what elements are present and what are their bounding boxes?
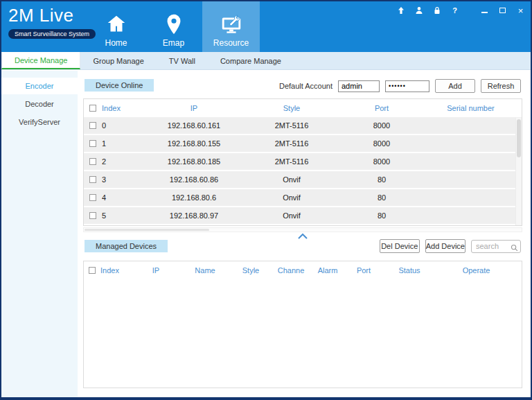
- scrollbar-thumb[interactable]: [517, 119, 521, 157]
- tab-device-manage[interactable]: Device Manage: [1, 52, 80, 69]
- header-alarm: Alarm: [310, 266, 346, 275]
- cell-style: Onvif: [246, 193, 337, 202]
- user-key-icon[interactable]: [414, 6, 423, 15]
- app-subtitle: Smart Surveillance System: [8, 29, 96, 39]
- nav-home-label: Home: [105, 38, 127, 48]
- header-style: Style: [229, 266, 272, 275]
- header-port: Port: [346, 266, 382, 275]
- nav-home[interactable]: Home: [87, 1, 145, 52]
- close-button[interactable]: ×: [516, 6, 525, 15]
- cell-style: Onvif: [246, 175, 337, 184]
- managed-devices-toolbar: Del Device Add Device: [380, 239, 521, 253]
- cell-port: 8000: [337, 121, 426, 130]
- collapse-chevron-icon[interactable]: [297, 230, 308, 237]
- table-row[interactable]: 3 192.168.60.86 Onvif 80: [84, 171, 522, 188]
- main-panel: Device Online Default Account Add Refres…: [78, 71, 531, 397]
- app-window: 2M Live Smart Surveillance System Home E…: [0, 0, 532, 400]
- row-checkbox[interactable]: [89, 176, 96, 183]
- row-checkbox[interactable]: [89, 158, 96, 165]
- cell-index: 0: [102, 121, 142, 130]
- scrollbar-thumb[interactable]: [85, 229, 209, 231]
- nav-emap[interactable]: Emap: [145, 1, 202, 52]
- cell-style: Onvif: [246, 211, 337, 220]
- add-device-button[interactable]: Add Device: [425, 239, 466, 253]
- header-status: Status: [382, 266, 437, 275]
- cell-port: 80: [337, 175, 426, 184]
- default-account-label: Default Account: [279, 82, 332, 90]
- tab-compare-manage[interactable]: Compare Manage: [208, 52, 294, 69]
- managed-devices-table-header: Index IP Name Style Channe Alarm Port St…: [84, 261, 522, 279]
- cell-ip: 192.168.60.161: [142, 121, 246, 130]
- table-row[interactable]: 1 192.168.80.155 2MT-5116 8000: [84, 135, 522, 152]
- cell-index: 1: [102, 139, 142, 148]
- managed-devices-table-body: [84, 280, 522, 388]
- main-nav: Home Emap Resource: [87, 1, 260, 52]
- table-row[interactable]: 2 192.168.80.185 2MT-5116 8000: [84, 153, 522, 170]
- table-row[interactable]: 5 192.168.80.97 Onvif 80: [84, 207, 522, 224]
- table-row[interactable]: 4 192.168.80.6 Onvif 80: [84, 189, 522, 206]
- sidebar-item-encoder[interactable]: Encoder: [1, 78, 78, 94]
- select-all-checkbox[interactable]: [89, 105, 96, 112]
- header-bar: 2M Live Smart Surveillance System Home E…: [1, 1, 531, 52]
- help-icon[interactable]: ?: [450, 6, 459, 15]
- cell-index: 5: [102, 211, 142, 220]
- managed-devices-section-label: Managed Devices: [85, 240, 168, 252]
- vertical-scrollbar[interactable]: [515, 118, 522, 225]
- cell-index: 3: [102, 175, 142, 184]
- device-online-table: Index IP Style Port Serial number 0 192.…: [83, 98, 522, 226]
- sidebar: Encoder Decoder VerifyServer: [1, 71, 78, 397]
- cell-ip: 192.168.80.6: [142, 193, 246, 202]
- tab-bar: Device Manage Group Manage TV Wall Compa…: [1, 52, 531, 70]
- cell-index: 2: [102, 157, 142, 166]
- header-style: Style: [246, 104, 337, 112]
- add-button[interactable]: Add: [435, 79, 475, 93]
- home-icon: [105, 12, 128, 36]
- header-port: Port: [337, 104, 426, 112]
- tab-tv-wall[interactable]: TV Wall: [157, 52, 208, 69]
- sidebar-item-verifyserver[interactable]: VerifyServer: [1, 114, 78, 130]
- minimize-button[interactable]: [480, 6, 489, 15]
- del-device-button[interactable]: Del Device: [380, 239, 420, 253]
- cell-ip: 192.168.60.86: [142, 175, 246, 184]
- search-icon[interactable]: [511, 242, 518, 250]
- header-index: Index: [100, 266, 131, 275]
- emap-icon: [162, 12, 186, 36]
- header-name: Name: [181, 266, 229, 275]
- cell-index: 4: [102, 193, 142, 202]
- upload-icon[interactable]: [396, 6, 405, 15]
- row-checkbox[interactable]: [89, 212, 96, 219]
- cell-port: 80: [337, 211, 426, 220]
- device-online-table-header: Index IP Style Port Serial number: [84, 99, 522, 117]
- titlebar-controls: ? ×: [396, 5, 525, 16]
- header-operate: Operate: [437, 266, 515, 275]
- header-ip: IP: [142, 104, 246, 112]
- managed-devices-table: Index IP Name Style Channe Alarm Port St…: [83, 261, 522, 388]
- maximize-button[interactable]: [498, 6, 507, 15]
- search-box: [471, 239, 521, 253]
- nav-emap-label: Emap: [163, 38, 184, 48]
- cell-port: 80: [337, 193, 426, 202]
- refresh-button[interactable]: Refresh: [481, 79, 521, 93]
- lock-icon[interactable]: [432, 6, 441, 15]
- row-checkbox[interactable]: [89, 194, 96, 201]
- row-checkbox[interactable]: [89, 140, 96, 147]
- app-title: 2M Live: [8, 5, 96, 26]
- cell-style: 2MT-5116: [246, 157, 337, 166]
- sidebar-item-decoder[interactable]: Decoder: [1, 96, 78, 112]
- cell-ip: 192.168.80.155: [142, 139, 246, 148]
- default-password-input[interactable]: [385, 80, 429, 92]
- device-online-toolbar: Default Account Add Refresh: [279, 79, 521, 93]
- header-channel: Channe: [272, 266, 310, 275]
- app-logo: 2M Live Smart Surveillance System: [8, 5, 96, 39]
- select-all-checkbox[interactable]: [89, 267, 96, 274]
- tab-group-manage[interactable]: Group Manage: [80, 52, 156, 69]
- cell-port: 8000: [337, 157, 426, 166]
- default-account-input[interactable]: [338, 80, 380, 92]
- resource-icon: [220, 12, 243, 36]
- row-checkbox[interactable]: [89, 122, 96, 129]
- cell-ip: 192.168.80.185: [142, 157, 246, 166]
- device-online-section-label: Device Online: [85, 79, 154, 92]
- nav-resource[interactable]: Resource: [202, 1, 260, 52]
- table-row[interactable]: 0 192.168.60.161 2MT-5116 8000: [84, 117, 522, 134]
- header-serial: Serial number: [426, 104, 515, 112]
